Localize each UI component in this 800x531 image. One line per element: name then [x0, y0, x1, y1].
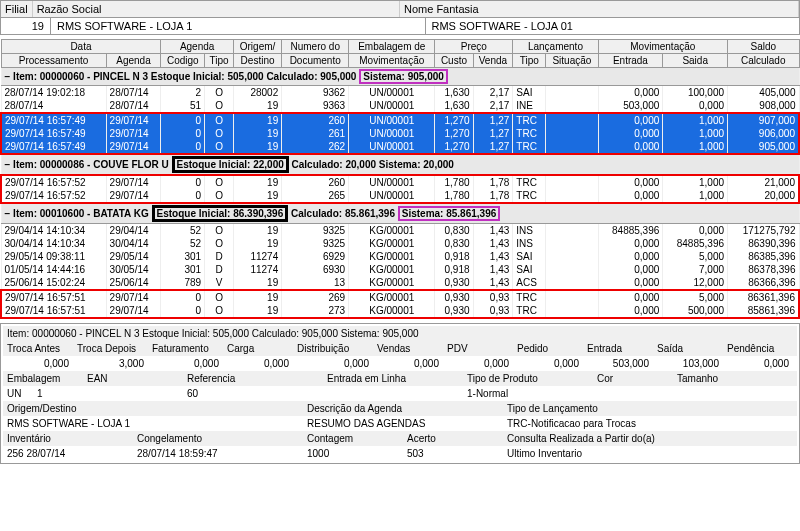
- h-consulta: Consulta Realizada a Partir do(a): [503, 432, 797, 445]
- cell: 29/07/14 16:57:49: [1, 127, 106, 140]
- table-row[interactable]: 29/07/14 16:57:5229/07/140O19260UN/00001…: [1, 175, 799, 189]
- table-row[interactable]: 30/04/14 14:10:3430/04/1452O199325KG/000…: [1, 237, 799, 250]
- header-numero[interactable]: Numero do: [282, 40, 349, 54]
- cell: 0,930: [435, 276, 473, 290]
- cell: KG/00001: [349, 263, 435, 276]
- h-distribuicao: Distribuição: [293, 342, 373, 355]
- header-tipo2[interactable]: Tipo: [513, 54, 546, 68]
- cell: 29/07/14 16:57:51: [1, 290, 106, 304]
- header-embalagem[interactable]: Embalagem de: [349, 40, 435, 54]
- header-processamento[interactable]: Processamento: [1, 54, 106, 68]
- cell: 0,93: [473, 304, 513, 318]
- header-codigo[interactable]: Codigo: [161, 54, 205, 68]
- header-saldo[interactable]: Saldo: [728, 40, 799, 54]
- cell: 0,930: [435, 290, 473, 304]
- table-row[interactable]: 29/07/14 16:57:4929/07/140O19260UN/00001…: [1, 113, 799, 127]
- header-agenda2[interactable]: Agenda: [106, 54, 161, 68]
- h-troca-depois: Troca Depois: [73, 342, 148, 355]
- header-origem[interactable]: Origem/: [233, 40, 281, 54]
- table-row[interactable]: 29/07/14 16:57:5229/07/140O19265UN/00001…: [1, 189, 799, 203]
- cell: 51: [161, 99, 205, 113]
- header-destino[interactable]: Destino: [233, 54, 281, 68]
- table-row[interactable]: 29/07/14 16:57:5129/07/140O19273KG/00001…: [1, 304, 799, 318]
- cell: 301: [161, 250, 205, 263]
- cell: 84885,396: [663, 237, 728, 250]
- table-row[interactable]: 29/07/14 16:57:4929/07/140O19261UN/00001…: [1, 127, 799, 140]
- header-entrada[interactable]: Entrada: [598, 54, 663, 68]
- cell: [546, 189, 598, 203]
- cell: KG/00001: [349, 237, 435, 250]
- cell: 9363: [282, 99, 349, 113]
- cell: INE: [513, 99, 546, 113]
- cell: [546, 250, 598, 263]
- header-saida[interactable]: Saida: [663, 54, 728, 68]
- h-referencia: Referencia: [183, 372, 323, 385]
- v-pedido: 0,000: [513, 357, 583, 370]
- table-row[interactable]: 29/05/14 09:38:1129/05/14301D112746929KG…: [1, 250, 799, 263]
- header-preco[interactable]: Preço: [435, 40, 513, 54]
- h-vendas: Vendas: [373, 342, 443, 355]
- v-saida: 103,000: [653, 357, 723, 370]
- v-entrada: 503,000: [583, 357, 653, 370]
- table-row[interactable]: 29/07/14 16:57:5129/07/140O19269KG/00001…: [1, 290, 799, 304]
- header-custo[interactable]: Custo: [435, 54, 473, 68]
- cell: 0,918: [435, 263, 473, 276]
- table-row[interactable]: 25/06/14 15:02:2425/06/14789V1913KG/0000…: [1, 276, 799, 290]
- cell: 29/04/14: [106, 224, 161, 238]
- cell: UN/00001: [349, 99, 435, 113]
- detail-item-line: Item: 00000060 - PINCEL N 3 Estoque Inic…: [3, 327, 797, 340]
- cell: INS: [513, 224, 546, 238]
- header-movimentacao[interactable]: Movimentação: [598, 40, 727, 54]
- table-row[interactable]: 29/04/14 14:10:3429/04/1452O199325KG/000…: [1, 224, 799, 238]
- cell: 905,000: [728, 140, 799, 154]
- cell: O: [205, 86, 234, 100]
- header-tipo[interactable]: Tipo: [205, 54, 234, 68]
- table-row[interactable]: 29/07/14 16:57:4929/07/140O19262UN/00001…: [1, 140, 799, 154]
- table-row[interactable]: 01/05/14 14:44:1630/05/14301D112746930KG…: [1, 263, 799, 276]
- cell: 5,000: [663, 290, 728, 304]
- v-carga: 0,000: [223, 357, 293, 370]
- cell: O: [205, 113, 234, 127]
- header-calculado[interactable]: Calculado: [728, 54, 799, 68]
- razao-label: Razão Social: [33, 1, 400, 17]
- cell: 1,780: [435, 189, 473, 203]
- section-header[interactable]: − Item: 00000086 - COUVE FLOR U Estoque …: [1, 154, 799, 175]
- cell: 29/07/14 16:57:51: [1, 304, 106, 318]
- cell: 19: [233, 189, 281, 203]
- header-documento[interactable]: Documento: [282, 54, 349, 68]
- header-situacao[interactable]: Situação: [546, 54, 598, 68]
- cell: [546, 290, 598, 304]
- cell: [546, 276, 598, 290]
- h-congelamento: Congelamento: [133, 432, 303, 445]
- header-venda[interactable]: Venda: [473, 54, 513, 68]
- h-origem-destino: Origem/Destino: [3, 402, 303, 415]
- table-row[interactable]: 28/07/1428/07/1451O199363UN/000011,6302,…: [1, 99, 799, 113]
- cell: TRC: [513, 127, 546, 140]
- cell: 28/07/14: [106, 86, 161, 100]
- header-mov2[interactable]: Movimentação: [349, 54, 435, 68]
- cell: UN/00001: [349, 140, 435, 154]
- section-header[interactable]: − Item: 00000060 - PINCEL N 3 Estoque In…: [1, 68, 799, 86]
- cell: 01/05/14 14:44:16: [1, 263, 106, 276]
- section-header[interactable]: − Item: 00010600 - BATATA KG Estoque Ini…: [1, 203, 799, 224]
- cell: 0,000: [598, 237, 663, 250]
- cell: 6930: [282, 263, 349, 276]
- cell: SAI: [513, 250, 546, 263]
- cell: 265: [282, 189, 349, 203]
- header-lancamento[interactable]: Lançamento: [513, 40, 598, 54]
- cell: 19: [233, 140, 281, 154]
- movement-table[interactable]: Data Agenda Origem/ Numero do Embalagem …: [0, 39, 800, 319]
- cell: ACS: [513, 276, 546, 290]
- cell: 84885,396: [598, 224, 663, 238]
- table-row[interactable]: 28/07/14 19:02:1828/07/142O280029362UN/0…: [1, 86, 799, 100]
- header-agenda[interactable]: Agenda: [161, 40, 233, 54]
- v-troca-depois: 3,000: [73, 357, 148, 370]
- header-data[interactable]: Data: [1, 40, 161, 54]
- cell: KG/00001: [349, 276, 435, 290]
- cell: 789: [161, 276, 205, 290]
- cell: 1,43: [473, 263, 513, 276]
- cell: 0,830: [435, 237, 473, 250]
- cell: 1,000: [663, 189, 728, 203]
- v-vendas: 0,000: [373, 357, 443, 370]
- cell: [546, 224, 598, 238]
